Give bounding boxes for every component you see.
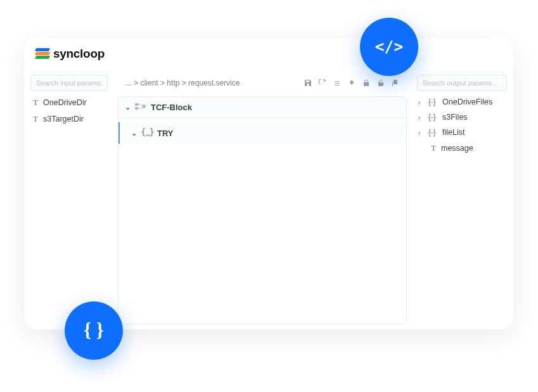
object-type-icon: {··} [428, 98, 439, 106]
param-label: fileList [442, 128, 464, 137]
lock-open-icon[interactable] [376, 79, 385, 87]
chevron-down-icon: ⌄ [131, 129, 137, 137]
block-icon [134, 102, 147, 113]
copy-icon[interactable] [391, 79, 399, 87]
editor-pane: ⌄ TCF-Block ⌄ {→} TRY [118, 96, 407, 324]
code-badge: </> [360, 18, 418, 76]
svg-rect-2 [135, 107, 138, 110]
input-params-panel: T OneDriveDir T s3TargetDir [24, 70, 113, 329]
configure-icon[interactable] [347, 79, 355, 87]
chevron-down-icon: ⌄ [125, 103, 131, 111]
workflow-panel: ... > client > http > request.service [113, 70, 412, 329]
brand-name: syncloop [53, 47, 105, 61]
brand-logo: syncloop [35, 47, 105, 61]
search-output-params[interactable] [417, 75, 507, 91]
block-label: TCF-Block [151, 103, 192, 112]
logo-icon [35, 47, 49, 61]
toolbar-actions [304, 79, 399, 87]
output-param-item[interactable]: T message [417, 143, 507, 153]
header: syncloop [24, 38, 513, 70]
search-input-params[interactable] [30, 75, 108, 91]
tcf-block-row[interactable]: ⌄ TCF-Block [118, 97, 406, 118]
svg-point-3 [142, 104, 146, 108]
chevron-right-icon: › [418, 113, 425, 121]
braces-badge: { } [65, 301, 123, 360]
breadcrumb[interactable]: ... > client > http > request.service [125, 79, 240, 87]
content-area: T OneDriveDir T s3TargetDir ... > client… [24, 70, 513, 329]
settings-icon[interactable] [333, 79, 341, 87]
chevron-right-icon: › [418, 129, 425, 136]
object-type-icon: {··} [428, 113, 439, 122]
lock-icon[interactable] [362, 79, 370, 87]
svg-rect-1 [135, 103, 138, 106]
param-label: s3TargetDir [43, 115, 84, 123]
save-icon[interactable] [304, 79, 312, 87]
input-param-item[interactable]: T s3TargetDir [30, 114, 108, 124]
refresh-icon[interactable] [318, 79, 326, 87]
text-type-icon: T [430, 143, 437, 153]
text-type-icon: T [32, 98, 39, 108]
param-label: message [441, 144, 473, 153]
param-label: s3Files [442, 113, 468, 122]
chevron-right-icon: › [418, 98, 425, 106]
app-window: </> syncloop T OneDriveDir T s3TargetDir [24, 38, 513, 329]
svg-text:</>: </> [375, 37, 403, 56]
try-icon: {→} [141, 127, 153, 139]
object-type-icon: {··} [428, 128, 439, 137]
try-block-row[interactable]: ⌄ {→} TRY [118, 122, 406, 144]
output-param-item[interactable]: › {··} s3Files [417, 113, 507, 122]
block-label: TRY [157, 129, 174, 138]
svg-text:{ }: { } [84, 319, 104, 341]
output-param-item[interactable]: › {··} OneDriveFiles [417, 98, 507, 106]
param-label: OneDriveFiles [442, 98, 492, 106]
param-label: OneDriveDir [43, 98, 87, 107]
input-param-item[interactable]: T OneDriveDir [30, 98, 108, 108]
output-param-item[interactable]: › {··} fileList [417, 128, 507, 137]
output-params-panel: › {··} OneDriveFiles › {··} s3Files › {·… [412, 70, 513, 329]
toolbar: ... > client > http > request.service [118, 75, 407, 91]
text-type-icon: T [32, 114, 39, 124]
